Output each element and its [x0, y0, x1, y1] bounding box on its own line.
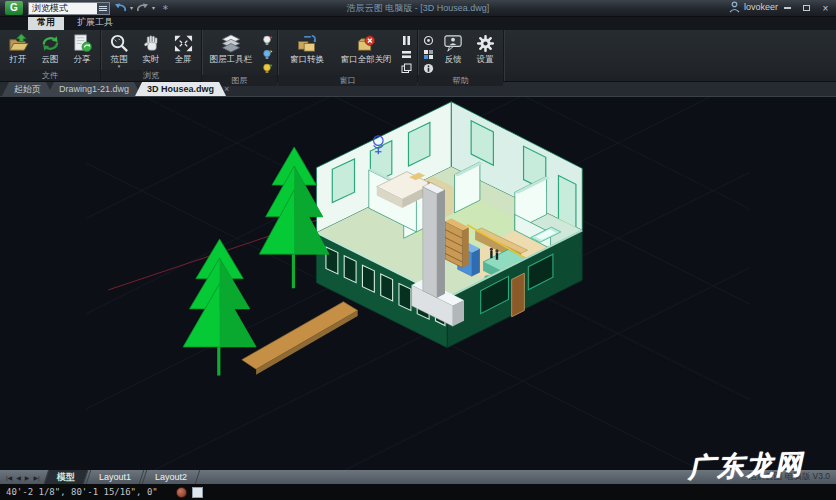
last-layout-icon[interactable]: ▶|: [33, 474, 39, 481]
window-switch-icon: [295, 33, 319, 54]
fullscreen-button[interactable]: 全屏: [168, 32, 198, 64]
ribbon-group-file: 打开 云图: [0, 30, 101, 81]
minimize-button[interactable]: [781, 2, 794, 15]
open-folder-icon: [7, 33, 30, 54]
ribbon-group-layer: 图层工具栏 图层: [202, 30, 278, 81]
user-icon: [729, 1, 740, 13]
layers-stack-icon: [219, 33, 243, 54]
layer-lock-bulb-icon[interactable]: [259, 62, 274, 75]
fullscreen-arrows-icon: [172, 33, 195, 54]
layout-tab-model[interactable]: 模型: [43, 470, 88, 484]
tile-vertical-icon[interactable]: [399, 34, 414, 47]
pan-realtime-button[interactable]: 实时: [136, 32, 166, 64]
drawing-canvas[interactable]: [0, 97, 836, 470]
share-button[interactable]: 分享: [67, 32, 97, 64]
maximize-button[interactable]: [800, 2, 813, 15]
cascade-windows-icon[interactable]: [399, 62, 414, 75]
cloud-sync-icon: [39, 33, 62, 54]
app-window: G 浏览模式 ▾ ▾ ∗ 浩辰云图 电脑版 - [3D Housea.dwg]: [0, 0, 836, 500]
ribbon-group-window: 窗口转换 窗口全部关闭: [278, 30, 418, 81]
target-circle-icon[interactable]: [421, 34, 436, 47]
first-layout-icon[interactable]: |◀: [6, 474, 12, 481]
group-label-help: 帮助: [418, 75, 503, 86]
info-icon[interactable]: [421, 62, 436, 75]
redo-caret-icon[interactable]: ▾: [152, 4, 155, 11]
chimney: [423, 183, 445, 298]
bookshelf: [445, 218, 469, 267]
zoom-extents-button[interactable]: 范围 ▾: [104, 32, 134, 68]
window-close-all-button[interactable]: 窗口全部关闭: [335, 32, 397, 64]
close-button[interactable]: ×: [819, 2, 832, 15]
settings-button[interactable]: 设置: [470, 32, 500, 64]
file-tab-3d-housea[interactable]: 3D Housea.dwg: [135, 82, 226, 96]
share-doc-icon: [71, 33, 94, 54]
tab-common[interactable]: 常用: [28, 15, 64, 30]
file-tab-drawing1[interactable]: Drawing1-21.dwg: [47, 82, 141, 96]
group-label-browse: 浏览: [101, 70, 201, 81]
quick-access-toolbar: ▾ ▾ ∗: [114, 2, 169, 13]
gear-icon: [474, 33, 497, 54]
mode-select-value: 浏览模式: [29, 2, 97, 15]
undo-icon[interactable]: [114, 2, 127, 13]
redo-icon[interactable]: [136, 2, 149, 13]
layer-toolbar-button[interactable]: 图层工具栏: [205, 32, 257, 64]
open-button[interactable]: 打开: [3, 32, 33, 64]
group-label-window: 窗口: [278, 75, 417, 86]
feedback-bubble-icon: [442, 33, 465, 54]
range-caret-icon[interactable]: ▾: [118, 64, 121, 68]
status-user-icon[interactable]: [176, 487, 187, 498]
mode-select[interactable]: 浏览模式: [28, 2, 110, 15]
drawing-viewport: [0, 97, 836, 470]
grid-squares-icon[interactable]: [421, 48, 436, 61]
status-grid-toggle-icon[interactable]: [192, 487, 203, 498]
tab-extended-tools[interactable]: 扩展工具: [68, 15, 122, 30]
watermark-text: 广东龙网: [687, 446, 804, 486]
undo-caret-icon[interactable]: ▾: [130, 4, 133, 11]
group-label-file: 文件: [0, 70, 100, 81]
user-name: lovokeer: [744, 2, 778, 12]
file-tab-start-page[interactable]: 起始页: [2, 82, 53, 96]
next-layout-icon[interactable]: ▶: [25, 474, 30, 481]
status-bar: 40'-2 1/8", 80'-1 15/16", 0": [0, 484, 836, 500]
window-switch-button[interactable]: 窗口转换: [281, 32, 333, 64]
prev-layout-icon[interactable]: ◀: [16, 474, 21, 481]
tile-horizontal-icon[interactable]: [399, 48, 414, 61]
ribbon-tab-bar: 常用 扩展工具: [0, 17, 836, 30]
mode-dropdown-icon[interactable]: [97, 3, 109, 14]
magnifier-icon: [108, 33, 131, 54]
app-title: 浩辰云图 电脑版 - [3D Housea.dwg]: [347, 2, 490, 15]
layout-tab-layout2[interactable]: Layout2: [141, 470, 200, 484]
ribbon: 打开 云图: [0, 30, 836, 82]
pan-hand-icon: [140, 33, 163, 54]
coordinates-readout: 40'-2 1/8", 80'-1 15/16", 0": [6, 487, 158, 497]
cloud-button[interactable]: 云图: [35, 32, 65, 64]
ribbon-group-browse: 范围 ▾ 实时: [101, 30, 202, 81]
app-logo-icon[interactable]: G: [5, 1, 23, 15]
layout-tab-layout1[interactable]: Layout1: [85, 470, 144, 484]
feedback-button[interactable]: 反馈: [438, 32, 468, 64]
ribbon-group-help: 反馈 设置 帮助: [418, 30, 504, 81]
front-door: [512, 273, 525, 317]
window-close-all-icon: [354, 33, 378, 54]
title-bar: G 浏览模式 ▾ ▾ ∗ 浩辰云图 电脑版 - [3D Housea.dwg]: [0, 0, 836, 17]
customize-toolbar-icon[interactable]: ∗: [162, 3, 169, 12]
user-zone[interactable]: lovokeer: [729, 1, 778, 13]
walkway: [242, 302, 358, 375]
layer-freeze-bulb-icon[interactable]: [259, 48, 274, 61]
layer-on-bulb-icon[interactable]: [259, 34, 274, 47]
